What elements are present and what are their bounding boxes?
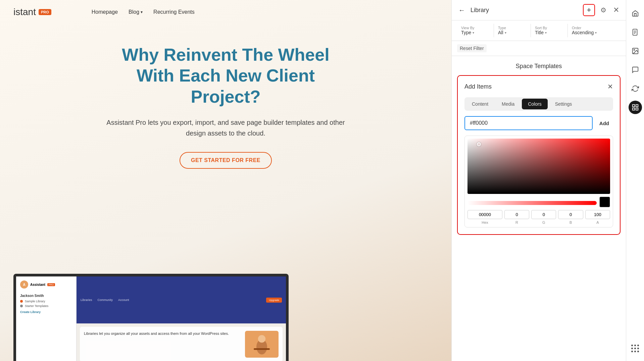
tab-content[interactable]: Content <box>466 99 494 109</box>
color-picker[interactable]: Hex R G B A <box>464 136 613 227</box>
color-picker-dot[interactable] <box>477 142 481 146</box>
dot-2 <box>634 345 636 346</box>
panel-title: Library <box>470 7 579 14</box>
space-templates-title: Space Templates <box>452 56 626 75</box>
sort-by-chevron-icon: ▾ <box>545 31 547 35</box>
alpha-slider[interactable] <box>467 201 597 205</box>
dot-9 <box>637 351 639 352</box>
reset-filter-button[interactable]: Reset Filter <box>457 44 487 52</box>
panel-header: ← Library + ⚙ ✕ <box>452 0 626 20</box>
add-items-title: Add Items <box>464 83 492 90</box>
back-button[interactable]: ← <box>457 5 466 15</box>
preview-logo-row: A Assistant PRO <box>20 280 72 289</box>
r-value-input[interactable] <box>504 210 529 219</box>
dot-1 <box>631 345 633 346</box>
tab-media[interactable]: Media <box>496 99 521 109</box>
nav-blog[interactable]: Blog ▾ <box>129 9 143 15</box>
type-dropdown[interactable]: Type All ▾ <box>494 24 531 37</box>
a-value-input[interactable] <box>585 210 610 219</box>
preview-info-text: Libraries let you organize all your asse… <box>84 331 241 337</box>
dot-4 <box>631 348 633 349</box>
image-icon-button[interactable] <box>629 44 642 58</box>
blog-chevron-icon: ▾ <box>141 10 143 14</box>
close-panel-button[interactable]: ✕ <box>612 4 621 16</box>
logo-text: istant <box>13 7 36 17</box>
page-icon-button[interactable] <box>629 25 642 39</box>
preview-lib2: Starter Templates <box>20 304 72 308</box>
dot-3 <box>637 345 639 346</box>
b-value-input[interactable] <box>558 210 583 219</box>
hex-value-input[interactable] <box>467 210 502 219</box>
preview-nav-libraries: Libraries <box>81 298 92 302</box>
svg-rect-2 <box>254 348 270 350</box>
dot-7 <box>631 351 633 352</box>
library-icon <box>632 104 639 111</box>
website-area: istant PRO Homepage Blog ▾ Recurring Eve… <box>0 0 451 361</box>
order-value: Ascending ▾ <box>572 30 601 35</box>
g-value-input[interactable] <box>531 210 556 219</box>
order-chevron-icon: ▾ <box>595 31 597 35</box>
add-items-modal: Add Items ✕ Content Media Colors Setting… <box>457 75 621 235</box>
icon-bar <box>626 0 644 361</box>
library-icon-button[interactable] <box>629 101 642 114</box>
nav-recurring-events[interactable]: Recurring Events <box>153 9 195 15</box>
type-chevron-icon: ▾ <box>505 31 506 35</box>
sort-by-dropdown[interactable]: Sort By Title ▾ <box>531 24 568 37</box>
r-label: R <box>515 220 518 224</box>
add-color-button[interactable]: Add <box>595 118 613 129</box>
preview-info-box: Libraries let you organize all your asse… <box>80 327 283 361</box>
svg-point-1 <box>258 335 265 343</box>
r-value-group: R <box>504 210 529 224</box>
a-value-group: A <box>585 210 610 224</box>
image-icon <box>632 47 639 55</box>
dot-6 <box>637 348 639 349</box>
svg-rect-12 <box>636 108 638 110</box>
type-label: Type <box>498 26 527 30</box>
g-label: G <box>542 220 545 224</box>
preview-sidebar: A Assistant PRO Jackson Smith Sample Lib… <box>16 276 77 361</box>
navigation: istant PRO Homepage Blog ▾ Recurring Eve… <box>0 0 451 24</box>
color-input-row: Add <box>464 116 613 130</box>
settings-button[interactable]: ⚙ <box>599 5 608 15</box>
hero-subtitle: Assistant Pro lets you export, import, a… <box>102 117 350 139</box>
add-button[interactable]: + <box>583 4 595 16</box>
hex-label: Hex <box>482 220 488 224</box>
nav-homepage[interactable]: Homepage <box>92 9 118 15</box>
svg-rect-9 <box>632 105 634 107</box>
color-gradient-area[interactable] <box>467 139 610 194</box>
preview-nav-bar: Libraries Community Account Upgrade <box>77 276 286 323</box>
logo: istant PRO <box>13 7 51 17</box>
sort-by-label: Sort By <box>535 26 563 30</box>
chat-icon-button[interactable] <box>629 63 642 76</box>
add-items-close-button[interactable]: ✕ <box>607 83 613 91</box>
sync-icon <box>632 85 639 92</box>
nav-links: Homepage Blog ▾ Recurring Events <box>92 9 195 15</box>
page-icon <box>632 29 639 36</box>
tab-colors[interactable]: Colors <box>522 99 547 109</box>
order-dropdown[interactable]: Order Ascending ▾ <box>568 24 605 37</box>
view-by-dropdown[interactable]: View By Type ▾ <box>457 24 494 37</box>
preview-person-name: Jackson Smith <box>20 294 72 298</box>
dots-grid <box>629 343 641 354</box>
hero-section: Why Reinvent The Wheel With Each New Cli… <box>88 24 363 182</box>
preview-pro-badge: PRO <box>47 283 55 286</box>
hex-value-group: Hex <box>467 210 502 224</box>
svg-rect-10 <box>636 105 638 107</box>
preview-logo-circle: A <box>20 280 28 289</box>
color-swatch <box>599 197 610 207</box>
get-started-button[interactable]: GET STARTED FOR FREE <box>180 152 272 169</box>
view-by-value: Type ▾ <box>461 30 490 35</box>
preview-nav-account: Account <box>118 298 129 302</box>
sync-icon-button[interactable] <box>629 82 642 95</box>
preview-lib1: Sample Library <box>20 300 72 303</box>
tab-settings[interactable]: Settings <box>549 99 578 109</box>
reset-row: Reset Filter <box>452 41 626 56</box>
filter-row: View By Type ▾ Type All ▾ Sort By Title … <box>452 20 626 41</box>
home-icon-button[interactable] <box>629 7 642 20</box>
a-label: A <box>596 220 599 224</box>
view-by-chevron-icon: ▾ <box>473 31 474 35</box>
chat-icon <box>632 66 639 73</box>
color-hex-input[interactable] <box>464 116 593 130</box>
add-items-header: Add Items ✕ <box>464 83 613 91</box>
color-values-row: Hex R G B A <box>467 210 610 224</box>
